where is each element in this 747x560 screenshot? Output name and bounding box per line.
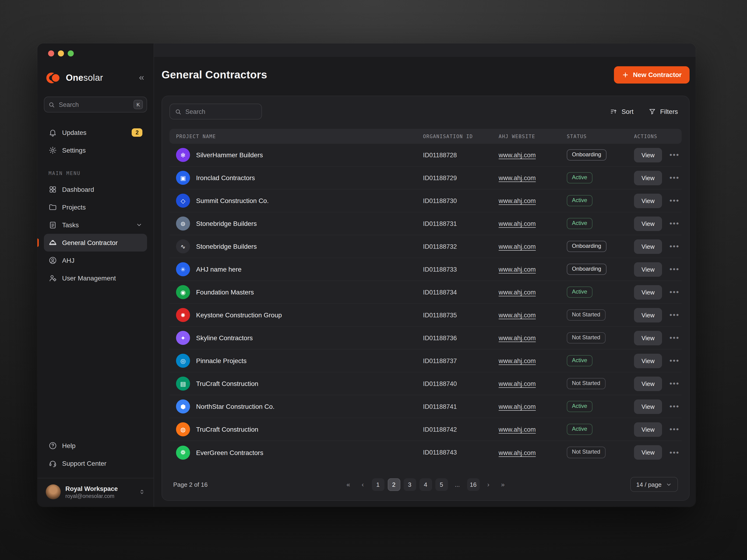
sidebar-item-updates[interactable]: Updates 2 xyxy=(44,124,147,141)
main-content: General Contractors New Contractor S xyxy=(154,44,696,507)
page-number-button[interactable]: 16 xyxy=(467,478,480,491)
status-cell: Active xyxy=(567,287,634,298)
sidebar-item-settings[interactable]: Settings xyxy=(44,141,147,159)
ahj-website-link[interactable]: www.ahj.com xyxy=(499,266,536,273)
view-button[interactable]: View xyxy=(634,353,662,368)
view-button[interactable]: View xyxy=(634,170,662,185)
row-menu-button[interactable]: ••• xyxy=(669,287,680,298)
filters-button[interactable]: Filters xyxy=(648,108,678,115)
sidebar-item-label: Dashboard xyxy=(62,186,94,193)
status-badge: Active xyxy=(567,218,592,229)
page-number-button[interactable]: 1 xyxy=(371,478,384,491)
row-menu-button[interactable]: ••• xyxy=(669,355,680,366)
row-menu-button[interactable]: ••• xyxy=(669,401,680,412)
row-menu-button[interactable]: ••• xyxy=(669,241,680,252)
sidebar-item-user-management[interactable]: User Management xyxy=(44,269,147,287)
view-button[interactable]: View xyxy=(634,445,662,460)
ahj-website-link[interactable]: www.ahj.com xyxy=(499,357,536,365)
brand-name: Onesolar xyxy=(66,73,103,83)
row-menu-button[interactable]: ••• xyxy=(669,218,680,229)
row-menu-button[interactable]: ••• xyxy=(669,172,680,183)
zoom-window-button[interactable] xyxy=(68,50,74,56)
page-size-select[interactable]: 14 / page xyxy=(630,477,678,492)
sidebar-item-projects[interactable]: Projects xyxy=(44,198,147,216)
view-button[interactable]: View xyxy=(634,399,662,414)
table-search-input[interactable] xyxy=(185,108,257,115)
row-menu-button[interactable]: ••• xyxy=(669,149,680,161)
ahj-website-link[interactable]: www.ahj.com xyxy=(499,403,536,410)
sidebar-item-label: General Contractor xyxy=(62,239,118,246)
sort-button[interactable]: Sort xyxy=(610,108,633,115)
table-search xyxy=(170,104,262,119)
ahj-website-link[interactable]: www.ahj.com xyxy=(499,312,536,319)
page-number-button[interactable]: 2 xyxy=(387,478,400,491)
ahj-website-cell: www.ahj.com xyxy=(499,151,567,159)
previous-page-button[interactable]: ‹ xyxy=(357,478,368,491)
ahj-website-link[interactable]: www.ahj.com xyxy=(499,449,536,456)
funnel-icon xyxy=(648,108,656,115)
view-button[interactable]: View xyxy=(634,216,662,231)
sidebar-search-input[interactable] xyxy=(59,101,130,108)
organisation-id-cell: ID01188731 xyxy=(423,220,499,227)
sidebar-search: K xyxy=(44,97,147,112)
sidebar-item-help[interactable]: Help xyxy=(44,437,147,455)
ahj-website-link[interactable]: www.ahj.com xyxy=(499,289,536,296)
row-menu-button[interactable]: ••• xyxy=(669,378,680,389)
organisation-id-cell: ID01188743 xyxy=(423,449,499,456)
table-row: ∿ Stonebridge Builders ID01188732 www.ah… xyxy=(170,235,681,258)
view-button[interactable]: View xyxy=(634,193,662,208)
desktop-background: Onesolar K Updates 2 Settings MAIN MENU xyxy=(0,0,747,560)
page-number-button[interactable]: ... xyxy=(451,478,464,491)
sidebar-footer: Help Support Center Royal Workspace roya… xyxy=(44,437,147,501)
page-number-button[interactable]: 3 xyxy=(403,478,416,491)
row-menu-button[interactable]: ••• xyxy=(669,424,680,435)
keyboard-shortcut-badge: K xyxy=(133,100,143,109)
ahj-website-link[interactable]: www.ahj.com xyxy=(499,335,536,342)
ahj-website-link[interactable]: www.ahj.com xyxy=(499,426,536,433)
close-window-button[interactable] xyxy=(48,50,54,56)
organisation-id-cell: ID01188732 xyxy=(423,243,499,250)
view-button[interactable]: View xyxy=(634,262,662,276)
table-row: ▤ TruCraft Construction ID01188740 www.a… xyxy=(170,372,681,395)
ahj-website-link[interactable]: www.ahj.com xyxy=(499,197,536,205)
row-menu-button[interactable]: ••• xyxy=(669,332,680,344)
ahj-website-link[interactable]: www.ahj.com xyxy=(499,380,536,387)
sidebar-item-support-center[interactable]: Support Center xyxy=(44,455,147,472)
ahj-website-link[interactable]: www.ahj.com xyxy=(499,243,536,250)
view-button[interactable]: View xyxy=(634,308,662,322)
row-menu-button[interactable]: ••• xyxy=(669,310,680,321)
row-menu-button[interactable]: ••• xyxy=(669,195,680,206)
ahj-website-link[interactable]: www.ahj.com xyxy=(499,175,536,182)
sidebar-item-dashboard[interactable]: Dashboard xyxy=(44,181,147,198)
first-page-button[interactable]: « xyxy=(343,478,354,491)
project-name-cell: ▣ Ironclad Contractors xyxy=(176,171,423,185)
hard-hat-icon xyxy=(49,238,57,247)
ahj-website-link[interactable]: www.ahj.com xyxy=(499,220,536,227)
status-badge: Onboarding xyxy=(567,264,606,275)
sidebar-item-label: User Management xyxy=(62,274,116,282)
view-button[interactable]: View xyxy=(634,285,662,299)
row-menu-button[interactable]: ••• xyxy=(669,264,680,275)
column-header-ahj-website: AHJ WEBSITE xyxy=(499,133,567,139)
new-contractor-button[interactable]: New Contractor xyxy=(614,66,690,83)
view-button[interactable]: View xyxy=(634,239,662,254)
view-button[interactable]: View xyxy=(634,376,662,391)
ahj-website-link[interactable]: www.ahj.com xyxy=(499,152,536,159)
workspace-switcher[interactable]: Royal Workspace royal@onesolar.com xyxy=(44,478,147,501)
sidebar-item-general-contractor[interactable]: General Contractor xyxy=(44,234,147,251)
last-page-button[interactable]: » xyxy=(497,478,509,491)
row-menu-button[interactable]: ••• xyxy=(669,447,680,458)
page-number-button[interactable]: 5 xyxy=(435,478,448,491)
view-button[interactable]: View xyxy=(634,331,662,345)
page-number-button[interactable]: 4 xyxy=(419,478,432,491)
next-page-button[interactable]: › xyxy=(483,478,494,491)
actions-cell: View ••• xyxy=(634,308,680,322)
table-row: ❁ EverGreen Contractors ID01188743 www.a… xyxy=(170,441,681,464)
collapse-sidebar-button[interactable] xyxy=(138,74,145,82)
view-button[interactable]: View xyxy=(634,148,662,162)
sidebar-item-tasks[interactable]: Tasks xyxy=(44,216,147,234)
view-button[interactable]: View xyxy=(634,422,662,436)
sidebar-item-ahj[interactable]: AHJ xyxy=(44,251,147,269)
workspace-name: Royal Workspace xyxy=(66,485,118,492)
minimize-window-button[interactable] xyxy=(58,50,64,56)
